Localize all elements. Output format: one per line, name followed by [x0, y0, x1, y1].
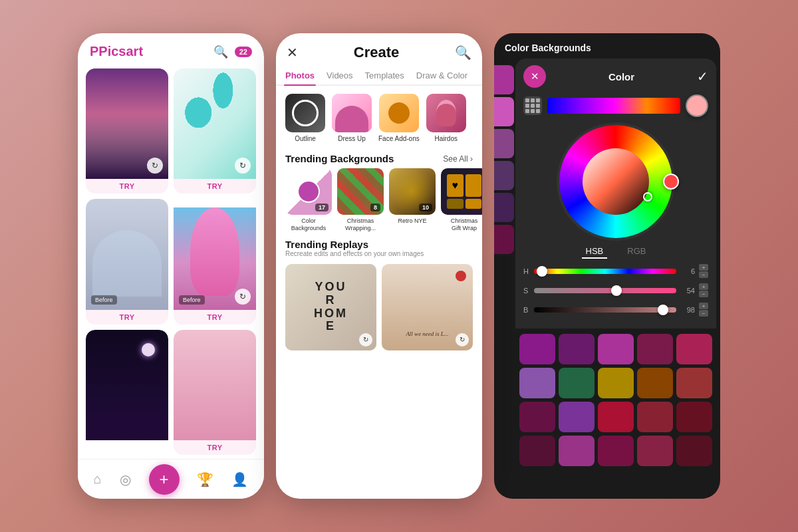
photo-card[interactable]: TRY [174, 330, 256, 455]
swatch[interactable] [519, 436, 555, 466]
christmas-giftwrap-card[interactable]: ♥ ChristmasGift Wrap [441, 168, 482, 232]
replay-refresh-button[interactable]: ↻ [456, 333, 469, 346]
search-icon[interactable]: 🔍 [455, 45, 471, 61]
tab-draw-color[interactable]: Draw & Color [415, 66, 469, 84]
background-count: 10 [419, 203, 432, 211]
swatch[interactable] [637, 436, 673, 466]
swatch[interactable] [676, 334, 712, 364]
card-image: Before ↻ [174, 199, 256, 309]
christmas-wrapping-label: ChristmasWrapping... [345, 217, 376, 232]
swatch[interactable] [519, 368, 555, 398]
left-swatch[interactable] [494, 193, 514, 222]
color-wheel-ring[interactable] [559, 125, 672, 238]
hue-decrement[interactable]: − [699, 271, 708, 278]
compass-icon[interactable]: ◎ [120, 471, 131, 487]
card-try-button[interactable]: TRY [174, 179, 256, 194]
color-wheel-side-thumb[interactable] [663, 174, 679, 190]
swatch[interactable] [598, 334, 634, 364]
bottom-navigation: ⌂ ◎ + 🏆 👤 [78, 459, 264, 499]
hue-slider-track[interactable] [534, 269, 676, 274]
tab-photos[interactable]: Photos [284, 66, 316, 84]
background-count: 8 [370, 203, 380, 211]
hsb-tab[interactable]: HSB [582, 245, 608, 259]
card-try-button[interactable]: TRY [174, 310, 256, 325]
swatch[interactable] [676, 368, 712, 398]
grid-icon-button[interactable] [523, 96, 542, 115]
saturation-increment[interactable]: + [699, 283, 708, 290]
color-confirm-button[interactable]: ✓ [697, 68, 708, 84]
swatch[interactable] [559, 334, 595, 364]
photo-card[interactable]: Before TRY [86, 199, 168, 324]
color-close-button[interactable]: ✕ [523, 65, 546, 88]
brightness-increment[interactable]: + [699, 303, 708, 309]
trending-replays-header: Trending Replays Recreate edits and effe… [276, 232, 482, 259]
trophy-icon[interactable]: 🏆 [197, 471, 213, 487]
replay-card-1[interactable]: YOU R HOM E ↻ [285, 264, 376, 350]
swatch[interactable] [559, 368, 595, 398]
replay-card-2[interactable]: All we need is L... ↻ [382, 264, 473, 350]
left-swatch[interactable] [494, 161, 514, 190]
faceaddons-tool[interactable]: Face Add-ons [378, 94, 420, 142]
swatch[interactable] [559, 436, 595, 466]
photo-card[interactable]: Before ↻ TRY [174, 199, 256, 324]
color-wheel-thumb[interactable] [643, 192, 652, 201]
tab-videos[interactable]: Videos [325, 66, 354, 84]
left-swatch[interactable] [494, 129, 514, 158]
hue-slider-row: H 6 + − [523, 264, 708, 278]
hue-slider-thumb[interactable] [537, 266, 547, 277]
create-button[interactable]: + [149, 464, 180, 495]
swatch[interactable] [637, 402, 673, 432]
profile-icon[interactable]: 👤 [231, 471, 248, 487]
swatch[interactable] [598, 368, 634, 398]
photo-card[interactable]: ↻ TRY [86, 68, 168, 194]
replay-refresh-button[interactable]: ↻ [359, 333, 372, 346]
rgb-tab[interactable]: RGB [623, 245, 650, 259]
swatch[interactable] [637, 368, 673, 398]
swatch[interactable] [598, 402, 634, 432]
swatch[interactable] [598, 436, 634, 466]
color-wheel[interactable] [559, 125, 672, 238]
card-image: Before [86, 199, 168, 309]
notification-badge[interactable]: 22 [235, 47, 252, 57]
hairdos-tool[interactable]: Hairdos [426, 94, 466, 142]
tab-templates[interactable]: Templates [364, 66, 406, 84]
refresh-button[interactable]: ↻ [235, 289, 251, 305]
retro-nye-card[interactable]: 10 Retro NYE [389, 168, 436, 232]
left-swatch[interactable] [494, 65, 514, 94]
brightness-slider-track[interactable] [534, 307, 676, 313]
left-swatch[interactable] [494, 97, 514, 126]
christmas-wrapping-card[interactable]: 8 ChristmasWrapping... [337, 168, 384, 232]
card-image [174, 330, 256, 440]
outline-tool[interactable]: Outline [285, 94, 325, 142]
saturation-slider-track[interactable] [534, 288, 676, 293]
swatch[interactable] [676, 402, 712, 432]
swatch[interactable] [559, 402, 595, 432]
swatch[interactable] [519, 334, 555, 364]
hue-gradient-bar[interactable] [547, 98, 680, 114]
left-swatch[interactable] [494, 225, 514, 254]
hue-increment[interactable]: + [699, 264, 708, 271]
brightness-value: 98 [680, 306, 695, 314]
saturation-slider-thumb[interactable] [611, 285, 622, 296]
photo-card[interactable]: ↻ TRY [174, 68, 256, 194]
brightness-slider-row: B 98 + − [523, 303, 708, 317]
search-icon[interactable]: 🔍 [213, 45, 228, 59]
brightness-decrement[interactable]: − [699, 310, 708, 317]
card-try-button[interactable]: TRY [86, 179, 168, 194]
brightness-slider-thumb[interactable] [658, 305, 668, 315]
saturation-decrement[interactable]: − [699, 291, 708, 297]
card-try-button[interactable]: TRY [174, 440, 256, 455]
swatch[interactable] [676, 436, 712, 466]
phone-2: ✕ Create 🔍 Photos Videos Templates Draw … [276, 33, 482, 499]
card-image: ↻ [86, 68, 168, 179]
tab-bar: Photos Videos Templates Draw & Color [276, 66, 482, 86]
swatch[interactable] [519, 402, 555, 432]
see-all-button[interactable]: See All › [443, 154, 473, 164]
color-backgrounds-card[interactable]: 17 ColorBackgrounds [285, 168, 332, 232]
dressup-tool[interactable]: Dress Up [332, 94, 372, 142]
close-button[interactable]: ✕ [287, 45, 298, 61]
swatch[interactable] [637, 334, 673, 364]
home-icon[interactable]: ⌂ [93, 471, 101, 487]
photo-grid: ↻ TRY ↻ TRY Before TRY [78, 65, 264, 459]
card-try-button[interactable]: TRY [86, 310, 168, 325]
